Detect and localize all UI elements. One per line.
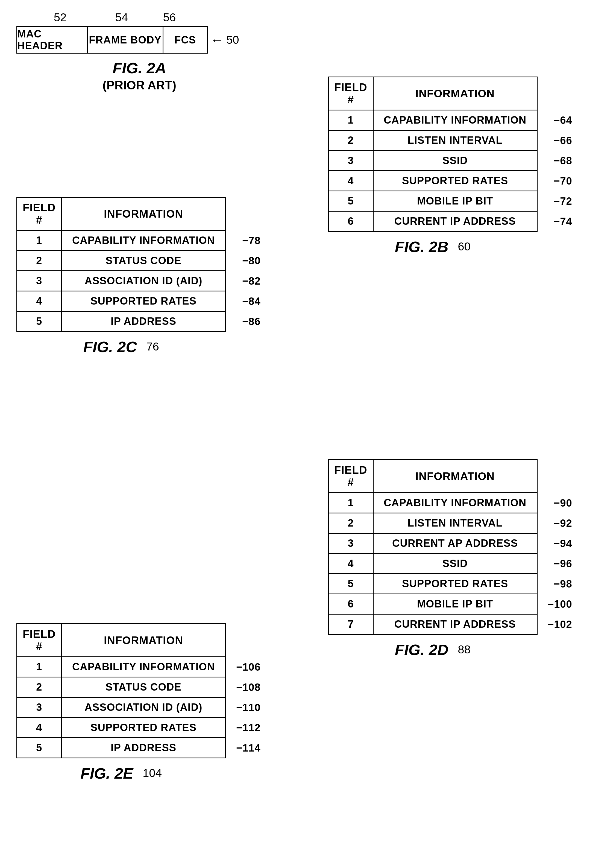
table-row: 5IP ADDRESS−114: [17, 738, 226, 758]
fig2d-caption: FIG. 2D: [395, 641, 449, 658]
fig2b-section: FIELD# INFORMATION 1CAPABILITY INFORMATI…: [328, 76, 537, 256]
fig2a-caption: FIG. 2A: [16, 59, 262, 77]
ref-number: −92: [554, 517, 572, 529]
row-field-num: 3: [17, 271, 62, 291]
ref-number: −74: [554, 215, 572, 227]
row-field-num: 1: [17, 231, 62, 251]
row-info: CURRENT IP ADDRESS−74: [373, 211, 537, 232]
fig2c-ref-main: 76: [146, 340, 159, 353]
row-info: CAPABILITY INFORMATION−78: [62, 231, 226, 251]
row-field-num: 5: [17, 312, 62, 332]
row-field-num: 6: [328, 211, 373, 232]
row-field-num: 4: [17, 291, 62, 312]
row-field-num: 7: [328, 614, 373, 634]
page: 52 54 56 MAC HEADER FRAME BODY FCS ← 50 …: [0, 0, 613, 868]
row-info: STATUS CODE−108: [62, 677, 226, 698]
fig2c-caption: FIG. 2C: [84, 338, 137, 355]
fig2e-header-field: FIELD#: [17, 624, 62, 657]
ref-number: −78: [242, 234, 260, 246]
fig2c-table: FIELD# INFORMATION 1CAPABILITY INFORMATI…: [16, 197, 226, 332]
row-field-num: 4: [328, 553, 373, 574]
row-info: IP ADDRESS−86: [62, 312, 226, 332]
table-row: 4SUPPORTED RATES−84: [17, 291, 226, 312]
row-field-num: 3: [328, 533, 373, 553]
table-row: 6MOBILE IP BIT−100: [328, 594, 537, 614]
fig2d-section: FIELD# INFORMATION 1CAPABILITY INFORMATI…: [328, 459, 537, 659]
row-info: SSID−68: [373, 150, 537, 171]
ref-number: −82: [242, 275, 260, 287]
fig2b-table-wrapper: FIELD# INFORMATION 1CAPABILITY INFORMATI…: [328, 76, 537, 232]
row-field-num: 5: [328, 574, 373, 594]
fcs-cell: FCS: [163, 27, 207, 53]
table-row: 3ASSOCIATION ID (AID)−82: [17, 271, 226, 291]
row-field-num: 1: [328, 110, 373, 130]
label-54: 54: [90, 11, 153, 24]
row-info: ASSOCIATION ID (AID)−110: [62, 698, 226, 718]
row-field-num: 4: [328, 171, 373, 191]
ref-number: −110: [236, 702, 261, 713]
fig2a-section: 52 54 56 MAC HEADER FRAME BODY FCS ← 50 …: [16, 11, 262, 92]
ref-number: −66: [554, 135, 572, 146]
frame-body-cell: FRAME BODY: [88, 27, 164, 53]
row-field-num: 4: [17, 718, 62, 738]
row-field-num: 6: [328, 594, 373, 614]
ref-number: −84: [242, 295, 260, 307]
mac-header-cell: MAC HEADER: [17, 27, 88, 53]
ref-number: −80: [242, 255, 260, 267]
fig2c-header-field: FIELD#: [17, 197, 62, 231]
row-field-num: 1: [17, 657, 62, 677]
fig2b-caption: FIG. 2B: [395, 238, 449, 255]
row-field-num: 2: [17, 677, 62, 698]
row-info: CAPABILITY INFORMATION−90: [373, 493, 537, 513]
row-info: LISTEN INTERVAL−92: [373, 513, 537, 533]
table-row: 4SUPPORTED RATES−112: [17, 718, 226, 738]
row-field-num: 5: [17, 738, 62, 758]
row-info: MOBILE IP BIT−72: [373, 191, 537, 211]
fig2d-table: FIELD# INFORMATION 1CAPABILITY INFORMATI…: [328, 459, 537, 635]
table-row: 5MOBILE IP BIT−72: [328, 191, 537, 211]
table-row: 1CAPABILITY INFORMATION−106: [17, 657, 226, 677]
row-info: LISTEN INTERVAL−66: [373, 130, 537, 150]
table-row: 2STATUS CODE−108: [17, 677, 226, 698]
row-field-num: 2: [17, 251, 62, 271]
label-56: 56: [153, 11, 186, 24]
fig2e-table-wrapper: FIELD# INFORMATION 1CAPABILITY INFORMATI…: [16, 623, 226, 758]
ref-number: −100: [548, 598, 572, 610]
row-field-num: 3: [17, 698, 62, 718]
table-row: 4SSID−96: [328, 553, 537, 574]
table-row: 5IP ADDRESS−86: [17, 312, 226, 332]
table-row: 1CAPABILITY INFORMATION−78: [17, 231, 226, 251]
fig2b-table: FIELD# INFORMATION 1CAPABILITY INFORMATI…: [328, 76, 537, 232]
fig2d-header-info: INFORMATION: [373, 460, 537, 493]
fig2e-header-info: INFORMATION: [62, 624, 226, 657]
fig2c-section: FIELD# INFORMATION 1CAPABILITY INFORMATI…: [16, 197, 226, 356]
ref-number: −112: [236, 722, 261, 733]
ref-number: −64: [554, 114, 572, 126]
ref-number: −96: [554, 558, 572, 569]
row-info: CURRENT IP ADDRESS−102: [373, 614, 537, 634]
label-52: 52: [30, 11, 90, 24]
fig2b-header-info: INFORMATION: [373, 77, 537, 110]
table-row: 6CURRENT IP ADDRESS−74: [328, 211, 537, 232]
table-row: 2LISTEN INTERVAL−92: [328, 513, 537, 533]
fig2d-header-field: FIELD#: [328, 460, 373, 493]
fig2d-table-wrapper: FIELD# INFORMATION 1CAPABILITY INFORMATI…: [328, 459, 537, 635]
row-field-num: 1: [328, 493, 373, 513]
table-row: 1CAPABILITY INFORMATION−64: [328, 110, 537, 130]
arrow-50: ←: [211, 32, 224, 48]
ref-number: −102: [548, 618, 572, 630]
ref-number: −114: [236, 742, 261, 754]
fig2e-ref-main: 104: [142, 767, 162, 780]
row-field-num: 3: [328, 150, 373, 171]
row-info: IP ADDRESS−114: [62, 738, 226, 758]
row-info: STATUS CODE−80: [62, 251, 226, 271]
row-info: CURRENT AP ADDRESS−94: [373, 533, 537, 553]
row-info: SUPPORTED RATES−112: [62, 718, 226, 738]
row-info: CAPABILITY INFORMATION−64: [373, 110, 537, 130]
table-row: 1CAPABILITY INFORMATION−90: [328, 493, 537, 513]
ref-number: −86: [242, 316, 260, 327]
ref-number: −70: [554, 175, 572, 187]
ref-number: −98: [554, 578, 572, 590]
ref-50: 50: [226, 33, 239, 46]
row-info: SSID−96: [373, 553, 537, 574]
